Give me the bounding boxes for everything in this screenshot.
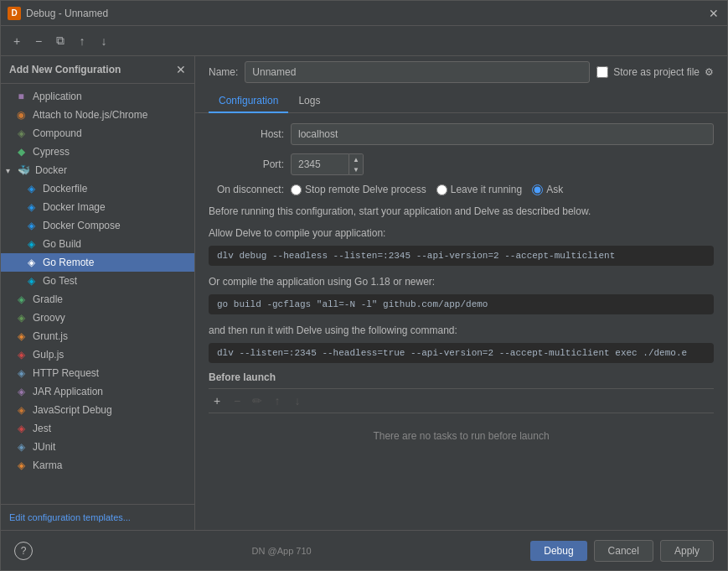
port-increment-button[interactable]: ▲ [349, 154, 363, 164]
sidebar-item-application[interactable]: ■ Application [1, 87, 194, 106]
code-block-3: dlv --listen=:2345 --headless=true --api… [209, 343, 714, 363]
disconnect-ask-label: Ask [546, 184, 563, 195]
disconnect-stop-label: Stop remote Delve process [305, 184, 426, 195]
store-project-container: Store as project file ⚙ [596, 66, 714, 78]
copy-config-button[interactable]: ⧉ [51, 32, 70, 50]
before-launch-edit-button[interactable]: ✏ [249, 392, 266, 409]
main-content: Add New Configuration ✕ ■ Application ◉ … [1, 56, 727, 530]
tab-configuration[interactable]: Configuration [209, 90, 288, 113]
sidebar-list: ■ Application ◉ Attach to Node.js/Chrome… [1, 84, 194, 504]
port-input[interactable] [291, 153, 349, 175]
sidebar-item-label: Gradle [33, 293, 63, 305]
name-input[interactable] [245, 61, 590, 83]
sidebar-item-label: Karma [33, 459, 62, 471]
docker-icon: 🐳 [17, 164, 30, 177]
disconnect-radio-stop[interactable] [291, 184, 302, 195]
toolbar: + − ⧉ ↑ ↓ [1, 26, 727, 56]
store-project-checkbox[interactable] [596, 66, 608, 78]
grunt-icon: ◈ [14, 330, 28, 343]
sidebar-item-label: Application [33, 91, 82, 102]
help-button[interactable]: ? [14, 542, 33, 560]
sidebar-close-button[interactable]: ✕ [176, 63, 186, 76]
sidebar-item-javascript-debug[interactable]: ◈ JavaScript Debug [1, 401, 194, 419]
sidebar-item-label: Go Remote [43, 257, 94, 268]
sidebar-item-karma[interactable]: ◈ Karma [1, 456, 194, 475]
sidebar-item-cypress[interactable]: ◆ Cypress [1, 143, 194, 161]
before-launch-title: Before launch [209, 371, 714, 383]
jar-icon: ◈ [14, 385, 28, 398]
sidebar-item-label: HTTP Request [33, 367, 99, 379]
section2-title: Or compile the application using Go 1.18… [209, 274, 714, 289]
tabs: Configuration Logs [195, 90, 727, 113]
sidebar-item-jest[interactable]: ◈ Jest [1, 419, 194, 438]
add-config-button[interactable]: + [8, 32, 26, 50]
disconnect-radio-group: Stop remote Delve process Leave it runni… [291, 184, 563, 195]
sidebar-item-dockerfile[interactable]: ◈ Dockerfile [1, 179, 194, 198]
attach-icon: ◉ [14, 108, 28, 122]
sidebar-item-label: Gulp.js [33, 349, 64, 361]
sidebar-item-docker-image[interactable]: ◈ Docker Image [1, 198, 194, 216]
debug-button[interactable]: Debug [530, 541, 586, 561]
sidebar-item-go-test[interactable]: ◈ Go Test [1, 272, 194, 290]
port-spinner: ▲ ▼ [349, 153, 364, 175]
cancel-button[interactable]: Cancel [594, 540, 653, 562]
title-bar: D Debug - Unnamed ✕ [1, 1, 727, 26]
remove-config-button[interactable]: − [29, 32, 48, 50]
before-launch-up-button[interactable]: ↑ [269, 392, 286, 409]
window-title: Debug - Unnamed [26, 8, 108, 19]
sidebar-item-groovy[interactable]: ◈ Groovy [1, 309, 194, 327]
port-label: Port: [209, 158, 284, 170]
info-text: Before running this configuration, start… [209, 204, 714, 219]
before-launch-toolbar: + − ✏ ↑ ↓ [209, 388, 714, 413]
sidebar-item-go-remote[interactable]: ◈ Go Remote [1, 253, 194, 272]
sidebar-item-compound[interactable]: ◈ Compound [1, 124, 194, 143]
store-project-label[interactable]: Store as project file [613, 66, 700, 78]
tab-logs[interactable]: Logs [288, 90, 330, 113]
dockerfile-icon: ◈ [24, 182, 38, 195]
disconnect-option-ask[interactable]: Ask [532, 184, 563, 195]
sidebar-footer: Edit configuration templates... [1, 504, 194, 530]
disconnect-leave-label: Leave it running [451, 184, 522, 195]
sidebar-item-label: JAR Application [33, 386, 103, 397]
disconnect-radio-ask[interactable] [532, 184, 543, 195]
before-launch-add-button[interactable]: + [209, 392, 225, 409]
sidebar-item-gradle[interactable]: ◈ Gradle [1, 290, 194, 309]
port-decrement-button[interactable]: ▼ [349, 164, 363, 174]
host-row: Host: [209, 123, 714, 145]
sidebar-item-label: Go Build [43, 238, 81, 250]
close-button[interactable]: ✕ [707, 7, 720, 20]
before-launch: Before launch + − ✏ ↑ ↓ There are no tas… [209, 371, 714, 459]
before-launch-remove-button[interactable]: − [229, 392, 245, 409]
edit-templates-link[interactable]: Edit configuration templates... [9, 512, 131, 522]
code-block-2: go build -gcflags "all=-N -l" github.com… [209, 294, 714, 314]
sidebar-item-docker[interactable]: ▾ 🐳 Docker [1, 161, 194, 179]
sidebar-item-jar-application[interactable]: ◈ JAR Application [1, 382, 194, 401]
disconnect-option-leave[interactable]: Leave it running [436, 184, 522, 195]
sidebar-item-junit[interactable]: ◈ JUnit [1, 438, 194, 456]
move-down-button[interactable]: ↓ [95, 32, 113, 50]
sidebar-item-gulp[interactable]: ◈ Gulp.js [1, 345, 194, 364]
go-test-icon: ◈ [24, 274, 38, 288]
docker-compose-icon: ◈ [24, 219, 38, 232]
notification-text: DN @App 710 [252, 546, 312, 556]
groovy-icon: ◈ [14, 311, 28, 324]
sidebar-item-label: Docker [35, 164, 67, 176]
host-input[interactable] [291, 123, 714, 145]
sidebar-item-attach-nodejs[interactable]: ◉ Attach to Node.js/Chrome [1, 106, 194, 124]
disconnect-label: On disconnect: [209, 184, 284, 195]
section3-title: and then run it with Delve using the fol… [209, 323, 714, 338]
app-icon: ■ [14, 90, 28, 103]
go-build-icon: ◈ [24, 237, 38, 251]
disconnect-option-stop[interactable]: Stop remote Delve process [291, 184, 426, 195]
sidebar-item-label: Cypress [33, 146, 70, 158]
move-up-button[interactable]: ↑ [73, 32, 91, 50]
sidebar-item-http-request[interactable]: ◈ HTTP Request [1, 364, 194, 382]
sidebar-item-docker-compose[interactable]: ◈ Docker Compose [1, 216, 194, 235]
before-launch-down-button[interactable]: ↓ [289, 392, 306, 409]
disconnect-radio-leave[interactable] [436, 184, 447, 195]
name-label: Name: [209, 66, 238, 78]
sidebar-item-go-build[interactable]: ◈ Go Build [1, 235, 194, 253]
settings-icon[interactable]: ⚙ [705, 66, 714, 78]
sidebar-item-grunt[interactable]: ◈ Grunt.js [1, 327, 194, 345]
apply-button[interactable]: Apply [660, 540, 714, 562]
